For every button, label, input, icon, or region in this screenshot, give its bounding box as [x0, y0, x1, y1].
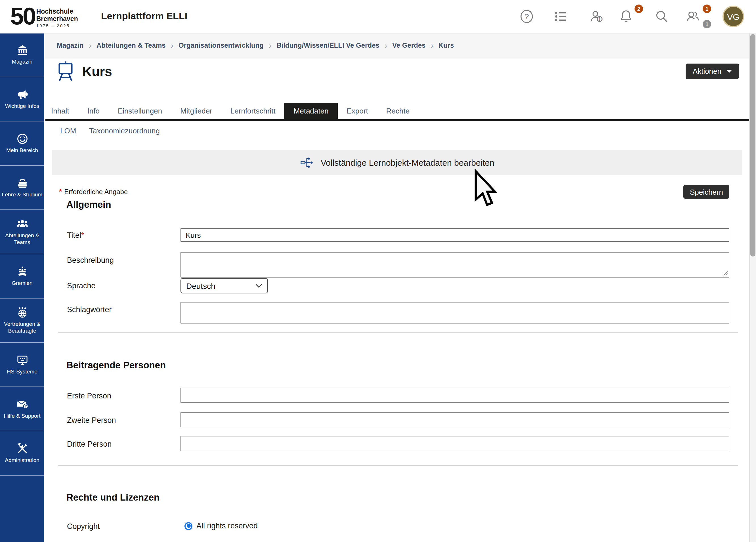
tools-icon [16, 443, 28, 455]
course-easel-icon [57, 61, 74, 82]
help-icon[interactable]: ? [519, 9, 534, 24]
tab-metadaten[interactable]: Metadaten [285, 103, 338, 119]
beschreibung-textarea[interactable] [180, 252, 729, 278]
sidebar-item-administration[interactable]: Administration [0, 431, 44, 476]
tab-inhalt[interactable]: Inhalt [45, 103, 78, 119]
breadcrumb-item[interactable]: Magazin [57, 41, 84, 49]
search-icon[interactable] [654, 9, 669, 24]
mail-help-icon: ? [16, 398, 28, 410]
top-header-bar: 50 Hochschule Bremerhaven 1975 – 2025 Le… [0, 0, 756, 33]
tab-rechte[interactable]: Rechte [377, 103, 419, 119]
erste-person-input[interactable] [180, 388, 729, 403]
monitor-icon [16, 354, 28, 366]
actions-button[interactable]: Aktionen [686, 64, 739, 79]
section-heading-rechte: Rechte und Lizenzen [66, 492, 159, 503]
bank-icon [16, 44, 28, 56]
field-label-dritte-person: Dritte Person [67, 440, 112, 448]
section-divider [58, 465, 738, 466]
schlagwoerter-input[interactable] [180, 302, 729, 323]
contacts-badge-new: 1 [703, 5, 711, 13]
sidebar-item-abteilungen-teams[interactable]: Abteilungen & Teams [0, 210, 44, 254]
sidebar-item-label: Mein Bereich [6, 147, 38, 154]
sidebar-item-magazin[interactable]: Magazin [0, 33, 44, 77]
sidebar-item-mein-bereich[interactable]: Mein Bereich [0, 121, 44, 166]
screen: 50 Hochschule Bremerhaven 1975 – 2025 Le… [0, 0, 756, 542]
bell-icon[interactable] [619, 9, 633, 24]
zweite-person-input[interactable] [180, 412, 729, 427]
notifications-badge: 2 [635, 5, 643, 13]
committee-icon [16, 266, 28, 278]
tab-export[interactable]: Export [338, 103, 377, 119]
megaphone-icon [16, 89, 28, 100]
required-hint: *Erforderliche Angabe [59, 187, 128, 196]
breadcrumb-separator: › [89, 41, 91, 49]
copyright-option-row: All rights reserved [184, 522, 258, 530]
sidebar-item-label: Gremien [12, 280, 33, 286]
list-icon[interactable] [553, 9, 568, 24]
save-button[interactable]: Speichern [684, 185, 729, 199]
sidebar-item-label: Vertretungen & Beauftragte [1, 321, 43, 334]
breadcrumb-item[interactable]: Kurs [438, 41, 454, 49]
select-chevron-icon [255, 283, 262, 288]
people-icon [16, 218, 28, 230]
sidebar-item-hilfe-support[interactable]: ? Hilfe & Support [0, 387, 44, 431]
scrollbar-thumb[interactable] [750, 34, 755, 257]
section-heading-beitragende: Beitragende Personen [66, 360, 166, 371]
metadata-nodes-icon [300, 156, 313, 169]
field-label-schlagwoerter: Schlagwörter [67, 305, 112, 314]
tab-info[interactable]: Info [78, 103, 109, 119]
sidebar-item-label: HS-Systeme [7, 368, 37, 375]
section-divider [58, 332, 738, 333]
university-logo[interactable]: 50 Hochschule Bremerhaven 1975 – 2025 [10, 3, 78, 29]
sidebar-item-label: Lehre & Studium [2, 191, 43, 198]
svg-text:!: ! [599, 16, 600, 22]
logo-50: 50 [10, 3, 35, 29]
dritte-person-input[interactable] [180, 436, 729, 451]
breadcrumb-separator: › [171, 41, 173, 49]
breadcrumb-separator: › [431, 41, 433, 49]
sidebar-item-gremien[interactable]: Gremien [0, 254, 44, 299]
field-label-titel: Titel* [67, 231, 84, 240]
contacts-icon[interactable] [686, 9, 700, 24]
breadcrumb-item[interactable]: Bildung/Wissen/ELLI Ve Gerdes [276, 41, 379, 49]
logo-name-line1: Hochschule [36, 8, 78, 15]
breadcrumb-separator: › [385, 41, 387, 49]
sprache-select[interactable]: Deutsch [180, 278, 268, 293]
sprache-select-value: Deutsch [186, 281, 215, 290]
edit-full-metadata-banner[interactable]: Vollständige Lernobjekt-Metadaten bearbe… [52, 150, 742, 175]
avatar[interactable]: VG [723, 6, 744, 27]
svg-text:?: ? [524, 12, 529, 21]
page-title: Kurs [82, 64, 112, 79]
sidebar-item-wichtige-infos[interactable]: Wichtige Infos [0, 77, 44, 121]
subtab-taxonomiezuordnung[interactable]: Taxonomiezuordnung [89, 127, 160, 135]
breadcrumb-item[interactable]: Ve Gerdes [392, 41, 425, 49]
subtab-lom[interactable]: LOM [60, 127, 76, 136]
logo-years: 1975 – 2025 [36, 23, 78, 28]
contacts-badge-secondary: 1 [703, 20, 711, 28]
field-label-zweite-person: Zweite Person [67, 416, 116, 425]
sidebar-item-label: Administration [5, 457, 39, 463]
field-label-beschreibung: Beschreibung [67, 256, 114, 264]
sidebar-item-label: Abteilungen & Teams [1, 232, 43, 246]
sidebar-item-label: Magazin [12, 58, 33, 65]
books-icon [16, 177, 28, 189]
app-title: Lernplattform ELLI [101, 11, 187, 22]
copyright-radio-label: All rights reserved [196, 522, 258, 530]
sidebar-item-lehre-studium[interactable]: Lehre & Studium [0, 166, 44, 210]
online-users-icon[interactable]: ! [589, 9, 604, 24]
breadcrumb-item[interactable]: Organisationsentwicklung [179, 41, 264, 49]
breadcrumb-item[interactable]: Abteilungen & Teams [96, 41, 166, 49]
subtab-bar: LOM Taxonomiezuordnung [60, 127, 160, 136]
tab-mitglieder[interactable]: Mitglieder [171, 103, 221, 119]
copyright-radio[interactable] [184, 522, 192, 530]
tab-lernfortschritt[interactable]: Lernfortschritt [221, 103, 285, 119]
sidebar-item-vertretungen[interactable]: Vertretungen & Beauftragte [0, 299, 44, 343]
sidebar-item-hs-systeme[interactable]: HS-Systeme [0, 343, 44, 387]
titel-input[interactable] [180, 228, 729, 242]
tab-einstellungen[interactable]: Einstellungen [109, 103, 171, 119]
sidebar-item-label: Hilfe & Support [4, 413, 40, 419]
page-head: Kurs [57, 61, 112, 82]
breadcrumb-band: Magazin › Abteilungen & Teams › Organisa… [44, 33, 749, 58]
required-marker: * [81, 231, 84, 240]
tab-bar: Inhalt Info Einstellungen Mitglieder Ler… [45, 103, 749, 121]
